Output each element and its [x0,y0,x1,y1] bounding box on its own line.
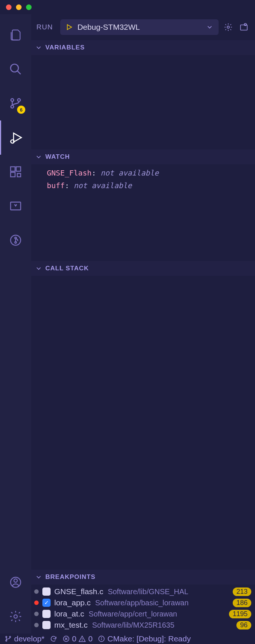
activity-extensions[interactable] [0,155,31,189]
breakpoint-checkbox[interactable] [42,610,51,618]
run-header: RUN Debug-STM32WL [31,14,255,40]
status-sync[interactable] [50,635,57,643]
svg-point-16 [15,242,17,244]
svg-point-36 [101,637,102,638]
account-icon [9,576,22,589]
breakpoint-file: GNSE_flash.c [54,587,103,596]
activity-bar: 6 [0,14,31,634]
svg-point-26 [6,636,7,637]
svg-point-21 [227,26,229,28]
breakpoint-file: mx_test.c [54,621,88,629]
svg-rect-10 [16,167,21,171]
breakpoint-checkbox[interactable] [42,587,51,596]
branch-name: develop* [14,634,45,643]
breakpoint-line: 96 [236,621,251,629]
breakpoint-row[interactable]: mx_test.cSoftware/lib/MX25R163596 [31,619,255,631]
svg-line-1 [17,71,21,74]
breakpoint-file: lora_app.c [54,598,91,607]
variables-header[interactable]: VARIABLES [31,40,255,55]
watch-name: buff [47,181,65,190]
breakpoint-path: Software/lib/GNSE_HAL [108,587,229,596]
breakpoints-header[interactable]: BREAKPOINTS [31,570,255,585]
sync-icon [50,635,57,643]
extensions-icon [9,165,22,178]
breakpoint-status-dot [34,612,39,616]
files-icon [9,28,22,42]
svg-point-2 [11,99,14,102]
gear-icon [9,610,22,623]
activity-gitlens[interactable] [0,223,31,257]
breakpoint-checkbox[interactable]: ✓ [42,599,51,607]
status-branch[interactable]: develop* [4,634,45,643]
svg-point-27 [6,640,7,641]
breakpoint-line: 1195 [229,610,251,618]
debug-console-button[interactable] [238,21,250,33]
chevron-down-icon [35,265,42,272]
svg-rect-9 [11,167,15,171]
maximize-window-button[interactable] [26,4,32,10]
warning-icon [78,635,86,643]
activity-run-debug[interactable] [0,120,31,155]
svg-point-23 [244,23,246,26]
debug-settings-button[interactable] [222,21,234,33]
watch-header[interactable]: WATCH [31,149,255,164]
breakpoint-row[interactable]: GNSE_flash.cSoftware/lib/GNSE_HAL213 [31,586,255,597]
debug-config-select[interactable]: Debug-STM32WL [60,19,219,35]
close-window-button[interactable] [6,4,12,10]
watch-name: GNSE_Flash [47,168,91,177]
svg-point-3 [11,105,14,108]
search-icon [9,62,22,76]
scm-badge: 6 [17,106,25,114]
chevron-down-icon [206,23,213,31]
chevron-down-icon [35,153,42,161]
breakpoint-checkbox[interactable] [42,621,51,629]
status-bar: develop* 0 0 CMake: [Debug]: Ready [0,634,255,644]
cmake-status: CMake: [Debug]: Ready [107,634,191,643]
breakpoint-path: Software/app/cert_lorawan [89,610,225,618]
activity-explorer[interactable] [0,18,31,52]
breakpoint-row[interactable]: ✓lora_app.cSoftware/app/basic_lorawan186 [31,597,255,608]
play-icon [65,23,73,31]
breakpoint-path: Software/app/basic_lorawan [95,599,229,607]
info-icon [98,635,105,643]
breakpoint-status-dot [34,589,39,594]
variables-body [31,55,255,149]
svg-rect-22 [241,25,247,30]
svg-point-18 [14,579,17,582]
breakpoint-row[interactable]: lora_at.cSoftware/app/cert_lorawan1195 [31,608,255,619]
callstack-section: CALL STACK [31,261,255,570]
status-cmake[interactable]: CMake: [Debug]: Ready [98,634,191,643]
status-problems[interactable]: 0 0 [62,634,93,643]
svg-point-33 [82,640,83,641]
activity-source-control[interactable]: 6 [0,86,31,120]
error-icon [62,635,70,643]
activity-accounts[interactable] [0,565,31,599]
debug-icon [10,131,23,144]
svg-marker-20 [67,25,72,29]
watch-body: GNSE_Flash: not availablebuff: not avail… [31,164,255,261]
activity-search[interactable] [0,52,31,86]
debug-config-name: Debug-STM32WL [77,23,201,32]
watch-expression[interactable]: buff: not available [31,179,255,192]
watch-expression[interactable]: GNSE_Flash: not available [31,167,255,179]
breakpoint-line: 213 [233,587,251,596]
callstack-body [31,276,255,570]
bookmark-panel-icon [9,199,22,213]
activity-settings[interactable] [0,599,31,634]
watch-value: not available [101,168,159,177]
minimize-window-button[interactable] [16,4,22,10]
svg-point-28 [9,636,10,637]
callstack-header[interactable]: CALL STACK [31,261,255,276]
watch-section: WATCH GNSE_Flash: not availablebuff: not… [31,149,255,261]
activity-project-manager[interactable] [0,189,31,223]
callstack-title: CALL STACK [45,265,89,272]
branch-icon [4,635,12,643]
svg-rect-11 [11,173,15,177]
breakpoint-status-dot [34,623,39,627]
watch-title: WATCH [45,153,70,161]
svg-point-19 [14,615,17,618]
svg-point-4 [17,99,20,102]
chevron-down-icon [35,573,42,581]
breakpoints-section: BREAKPOINTS GNSE_flash.cSoftware/lib/GNS… [31,570,255,634]
window-titlebar [0,0,255,14]
